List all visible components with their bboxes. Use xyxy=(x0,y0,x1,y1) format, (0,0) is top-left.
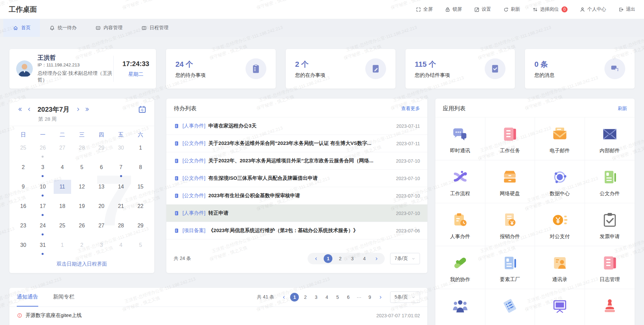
page-1[interactable]: 1 xyxy=(324,254,332,263)
app-item-17[interactable] xyxy=(435,289,485,325)
app-item-20[interactable] xyxy=(585,289,635,325)
header-action-fullscreen[interactable]: 全屏 xyxy=(416,6,433,12)
page-size-select[interactable]: 5条/页 xyxy=(390,291,420,303)
calendar-day-6[interactable]: 6 xyxy=(92,160,111,180)
todo-item[interactable]: [公文办件]关于2022年、2023年水务局运维项目外采“北京市政务云服务合同（… xyxy=(166,152,427,170)
calendar-day-30[interactable]: 30 xyxy=(13,238,33,258)
calendar-day-29[interactable]: 29 xyxy=(131,219,150,238)
stat-card-3[interactable]: 0 条您的消息 xyxy=(525,49,635,89)
calendar-day-3[interactable]: 3 xyxy=(33,160,52,180)
today-icon[interactable]: 今 xyxy=(138,105,147,114)
view-more-link[interactable]: 查看更多 xyxy=(401,106,420,112)
calendar-day-13[interactable]: 13 xyxy=(92,180,111,199)
calendar-day-4[interactable]: 4 xyxy=(111,238,130,258)
page-4[interactable]: 4 xyxy=(322,293,331,302)
calendar-day-12[interactable]: 12 xyxy=(72,180,92,199)
page-2[interactable]: 2 xyxy=(301,293,310,302)
calendar-day-29[interactable]: 29 xyxy=(92,141,111,160)
calendar-day-28[interactable]: 28 xyxy=(111,219,130,238)
prev-month-button[interactable] xyxy=(26,106,32,112)
notice-tab-1[interactable]: 新闻专栏 xyxy=(53,288,74,307)
page-size-select[interactable]: 7条/页 xyxy=(390,253,420,264)
next-page-button[interactable] xyxy=(372,254,381,263)
page-6[interactable]: 6 xyxy=(344,293,353,302)
calendar-day-25[interactable]: 25 xyxy=(53,219,72,238)
prev-page-button[interactable] xyxy=(312,254,320,263)
stat-card-0[interactable]: 24 个您的待办事项 xyxy=(166,49,276,89)
calendar-day-17[interactable]: 17 xyxy=(33,199,52,219)
calendar-day-7[interactable]: 7 xyxy=(111,160,130,180)
calendar-day-3[interactable]: 3 xyxy=(92,238,111,258)
next-month-button[interactable] xyxy=(75,106,81,112)
calendar-day-5[interactable]: 5 xyxy=(131,238,150,258)
calendar-day-21[interactable]: 21 xyxy=(111,199,130,219)
calendar-day-4[interactable]: 4 xyxy=(53,160,72,180)
header-action-logout[interactable]: 退出 xyxy=(618,6,635,12)
calendar-day-1[interactable]: 1 xyxy=(53,238,72,258)
calendar-day-26[interactable]: 26 xyxy=(33,141,52,160)
todo-item[interactable]: [人事办件]转正申请2023-07-10 xyxy=(166,205,427,222)
calendar-day-2[interactable]: 2 xyxy=(72,238,92,258)
app-item-8[interactable]: 公文办件 xyxy=(585,160,635,203)
header-action-select-position[interactable]: 选择岗位0 xyxy=(532,6,568,12)
page-3[interactable]: 3 xyxy=(312,293,320,302)
todo-item[interactable]: [人事办件]申请在家远程办公3天2023-07-11 xyxy=(166,117,427,135)
header-action-settings[interactable]: 设置 xyxy=(474,6,491,12)
app-item-10[interactable]: 报销办件 xyxy=(485,203,535,246)
calendar-day-2[interactable]: 2 xyxy=(13,160,33,180)
calendar-day-30[interactable]: 30 xyxy=(111,141,130,160)
news-item[interactable]: 开源数字底座在gitee上线2023-07-07 17:01:02 xyxy=(9,307,427,324)
page-5[interactable]: 5 xyxy=(333,293,342,302)
prev-year-button[interactable] xyxy=(17,106,23,112)
app-item-7[interactable]: 数据中心 xyxy=(535,160,585,203)
app-item-6[interactable]: 网络硬盘 xyxy=(485,160,535,203)
calendar-day-23[interactable]: 23 xyxy=(13,219,33,238)
page-3[interactable]: 3 xyxy=(348,254,357,263)
calendar-day-25[interactable]: 25 xyxy=(13,141,33,160)
tab-content-management[interactable]: 内容管理 xyxy=(86,19,132,37)
app-item-12[interactable]: 发票申请 xyxy=(585,203,635,246)
calendar-day-24[interactable]: 24 xyxy=(33,219,52,238)
notice-tab-0[interactable]: 通知通告 xyxy=(17,288,38,307)
tab-unified-todo[interactable]: 统一待办 xyxy=(40,19,86,37)
app-item-18[interactable] xyxy=(485,289,535,325)
app-item-1[interactable]: 即时通讯 xyxy=(435,117,485,160)
page-ellipsis[interactable]: ··· xyxy=(355,293,363,302)
app-item-16[interactable]: 日志管理 xyxy=(585,246,635,289)
header-action-lock-screen[interactable]: 锁屏 xyxy=(445,6,462,12)
calendar-day-15[interactable]: 15 xyxy=(131,180,150,199)
tab-schedule-management[interactable]: 日程管理 xyxy=(132,19,178,37)
app-item-5[interactable]: 工作流程 xyxy=(435,160,485,203)
prev-page-button[interactable] xyxy=(279,293,288,302)
apps-refresh-link[interactable]: 刷新 xyxy=(618,106,627,112)
calendar-day-18[interactable]: 18 xyxy=(53,199,72,219)
todo-item[interactable]: [公文办件]2023年有生社保公积金基数申报审核申请2023-07-10 xyxy=(166,187,427,205)
app-item-2[interactable]: 工作任务 xyxy=(485,117,535,160)
calendar-day-14[interactable]: 14 xyxy=(111,180,130,199)
next-page-button[interactable] xyxy=(376,293,385,302)
next-year-button[interactable] xyxy=(85,106,91,112)
calendar-day-5[interactable]: 5 xyxy=(72,160,92,180)
calendar-day-28[interactable]: 28 xyxy=(72,141,92,160)
calendar-day-20[interactable]: 20 xyxy=(92,199,111,219)
app-item-19[interactable] xyxy=(535,289,585,325)
todo-item[interactable]: [项目备案]《2023年局信息系统运行维护（第2包：基础办公系统技术服务）》20… xyxy=(166,222,427,239)
calendar-day-1[interactable]: 1 xyxy=(131,141,150,160)
app-item-9[interactable]: 人事办件 xyxy=(435,203,485,246)
calendar-day-19[interactable]: 19 xyxy=(72,199,92,219)
calendar-day-11[interactable]: 11 xyxy=(53,180,72,199)
app-item-13[interactable]: 我的协作 xyxy=(435,246,485,289)
todo-item[interactable]: [公文办件]关于2023年水务运维外采合同“2023年水务局统一认证 有生博大V… xyxy=(166,135,427,152)
page-2[interactable]: 2 xyxy=(336,254,344,263)
page-1[interactable]: 1 xyxy=(290,293,299,302)
calendar-day-31[interactable]: 31 xyxy=(33,238,52,258)
app-item-14[interactable]: 要素工厂 xyxy=(485,246,535,289)
calendar-day-26[interactable]: 26 xyxy=(72,219,92,238)
app-item-11[interactable]: 对公支付 xyxy=(535,203,585,246)
calendar-day-8[interactable]: 8 xyxy=(131,160,150,180)
calendar-day-27[interactable]: 27 xyxy=(53,141,72,160)
calendar-day-10[interactable]: 10 xyxy=(33,180,52,199)
calendar-day-22[interactable]: 22 xyxy=(131,199,150,219)
header-action-personal-center[interactable]: 个人中心 xyxy=(580,6,606,12)
app-item-3[interactable]: 电子邮件 xyxy=(535,117,585,160)
